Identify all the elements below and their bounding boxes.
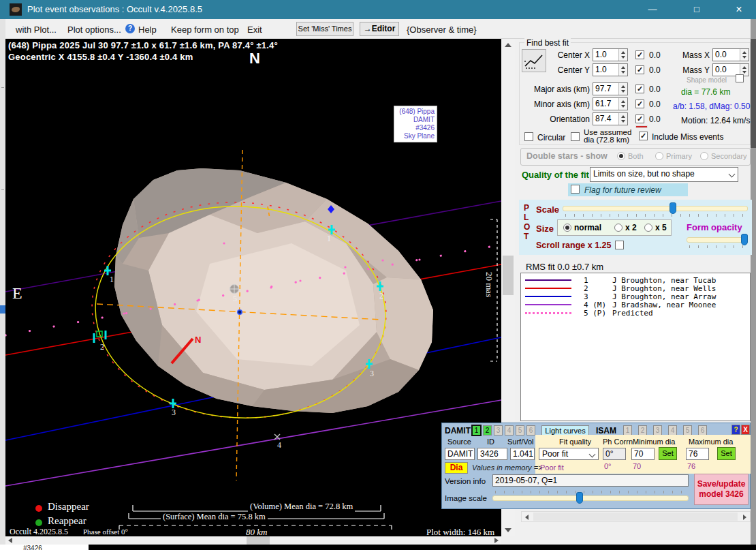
image-scale-slider[interactable] [492, 495, 689, 501]
observer-time-label: {Observer & time} [407, 25, 477, 35]
panel-scroll-left-icon[interactable] [525, 515, 529, 520]
circular-checkbox[interactable] [524, 132, 533, 141]
close-button[interactable]: × [723, 0, 755, 19]
size-normal-radio[interactable] [563, 224, 571, 232]
use-assumed-checkbox[interactable] [571, 132, 580, 141]
double-secondary-radio[interactable] [700, 152, 708, 160]
image-scale-thumb[interactable] [576, 492, 583, 504]
plot-letter-p: P [524, 203, 529, 213]
minor-axis-spinner[interactable] [618, 98, 627, 110]
min-dia-value[interactable]: 70 [631, 448, 655, 460]
best-fit-graph-button[interactable] [522, 49, 546, 72]
save-update-model-button[interactable]: Save/update model 3426 [694, 474, 749, 505]
max-dia-value[interactable]: 76 [686, 448, 709, 460]
menu-with-plot[interactable]: with Plot... [16, 25, 57, 35]
flag-review-checkbox[interactable] [571, 185, 580, 194]
observer-row[interactable]: 5 (P)Predicted [584, 309, 653, 318]
scroll-up-icon[interactable] [505, 43, 511, 47]
ph-corrn-header: Ph Corrn [603, 438, 633, 446]
form-opacity-slider[interactable] [687, 237, 748, 243]
size-x2-radio[interactable] [614, 224, 623, 232]
ph-corrn-value[interactable]: 0° [603, 448, 626, 460]
center-x-spinner[interactable] [618, 49, 627, 61]
editor-button[interactable]: →Editor [360, 22, 399, 36]
menu-keep-on-top[interactable]: Keep form on top [171, 25, 239, 35]
major-axis-spinner[interactable] [618, 83, 627, 95]
km-scale-label: 80 km [244, 527, 269, 536]
id-header: ID [487, 438, 494, 446]
panel-horizontal-scrollbar[interactable] [521, 511, 751, 522]
circular-label: Circular [537, 133, 565, 142]
isam-3-button[interactable]: 3 [653, 425, 662, 436]
survol-value[interactable]: 1.041 [510, 448, 535, 460]
orientation-spinner[interactable] [618, 113, 627, 125]
major-axis-err-checkbox[interactable] [635, 85, 644, 93]
isam-4-button[interactable]: 4 [668, 425, 677, 436]
scroll-right-icon[interactable] [494, 538, 499, 543]
menu-help[interactable]: Help [138, 25, 157, 35]
set-miss-times-button[interactable]: Set 'Miss' Times [296, 22, 353, 36]
scroll-left-icon[interactable] [8, 538, 12, 543]
scale-slider-thumb[interactable] [670, 202, 676, 214]
damit-model-6-button[interactable]: 6 [526, 425, 535, 436]
size-x5-radio[interactable] [644, 224, 652, 232]
orientation-input[interactable]: 87.4 [593, 112, 628, 125]
scale-slider[interactable] [563, 206, 748, 211]
damit-close-button[interactable]: X [741, 425, 750, 435]
menu-exit[interactable]: Exit [247, 25, 262, 35]
damit-help-button[interactable]: ? [731, 425, 740, 435]
damit-model-1-button[interactable]: 1 [472, 425, 481, 436]
center-x-err-checkbox[interactable] [635, 50, 644, 59]
scroll-range-checkbox[interactable] [615, 241, 624, 249]
chord2-label-left: 2 [100, 342, 104, 352]
orientation-err-checkbox[interactable] [635, 114, 644, 123]
asteroid-shape-model [114, 168, 433, 413]
center-y-spinner[interactable] [618, 64, 627, 76]
damit-panel: DAMIT 1 2 3 4 5 6 Light curves ISAM 1 2 … [441, 423, 751, 509]
maximize-button[interactable]: □ [681, 0, 712, 19]
double-primary-radio[interactable] [655, 152, 663, 160]
mass-x-input[interactable]: 0.0 [712, 48, 749, 61]
center-y-input[interactable]: 1.0 [593, 63, 628, 76]
damit-model-3-button[interactable]: 3 [494, 425, 503, 436]
plot-canvas[interactable]: (648) Pippa 2025 Jul 30 97.7 ±1.0 x 61.7… [5, 39, 501, 536]
version-info-value[interactable]: 2019-05-07, Q=1 [492, 474, 689, 487]
form-opacity-thumb[interactable] [741, 234, 748, 245]
set-max-button[interactable]: Set [717, 447, 736, 460]
observer-listbox[interactable]: 1J Broughton, near Tucab 2J Broughton, n… [520, 273, 751, 421]
isam-1-button[interactable]: 1 [623, 425, 632, 436]
id-value[interactable]: 3426 [477, 448, 507, 460]
vertical-scroll-thumb[interactable] [503, 256, 514, 295]
plot-letter-t: T [524, 232, 529, 241]
minimize-button[interactable]: — [637, 0, 668, 19]
isam-6-button[interactable]: 6 [698, 425, 707, 436]
double-both-radio[interactable] [617, 152, 625, 160]
major-axis-input[interactable]: 97.7 [593, 82, 628, 95]
damit-model-5-button[interactable]: 5 [516, 425, 524, 436]
disappear-dot-icon [35, 505, 42, 512]
quality-combobox[interactable]: Limits on size, but no shape [590, 167, 738, 182]
shape-model-checkbox[interactable] [736, 74, 744, 82]
isam-5-button[interactable]: 5 [683, 425, 692, 436]
panel-scroll-right-icon[interactable] [743, 515, 746, 520]
source-value[interactable]: DAMIT [445, 448, 475, 460]
set-min-button[interactable]: Set [659, 447, 677, 460]
scroll-range-label: Scroll range x 1.25 [536, 241, 611, 250]
center-x-input[interactable]: 1.0 [593, 48, 628, 61]
panel-scroll-thumb[interactable] [533, 513, 738, 521]
include-miss-checkbox[interactable] [639, 132, 648, 140]
center-y-err-checkbox[interactable] [635, 65, 644, 74]
mass-x-spinner[interactable] [740, 49, 749, 61]
menu-plot-options[interactable]: Plot options... [67, 25, 121, 35]
fit-quality-combobox[interactable]: Poor fit [539, 448, 599, 460]
damit-model-2-button[interactable]: 2 [483, 425, 492, 436]
plot-letter-l: L [524, 213, 529, 222]
image-scale-label: Image scale [445, 494, 487, 502]
damit-model-4-button[interactable]: 4 [505, 425, 514, 436]
dia-button[interactable]: Dia [445, 462, 468, 474]
scroll-down-icon[interactable] [505, 528, 511, 532]
minor-axis-input[interactable]: 61.7 [593, 97, 628, 110]
chord4-swatch [525, 304, 571, 305]
isam-2-button[interactable]: 2 [638, 425, 647, 436]
minor-axis-err-checkbox[interactable] [635, 100, 644, 108]
